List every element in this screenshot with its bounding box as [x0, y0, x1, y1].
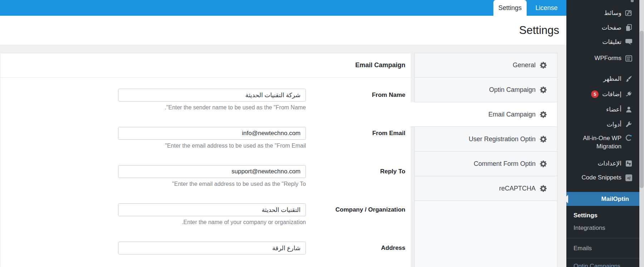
- media-icon: [625, 9, 633, 17]
- nav-item-label: User Registration Optin: [469, 135, 536, 143]
- sidebar-item-label: تعليقات: [602, 38, 621, 46]
- sidebar-item-mailoptin[interactable]: MailOptin: [566, 192, 639, 206]
- users-icon: [625, 106, 633, 113]
- sidebar-item-label: الإعدادات: [597, 160, 621, 167]
- from-name-input[interactable]: [118, 89, 306, 102]
- partial-menu-icon: [631, 0, 634, 2]
- sidebar-item-appearance[interactable]: المظهر: [566, 74, 639, 84]
- plugins-icon: [625, 90, 633, 98]
- panel-header: Email Campaign: [0, 53, 411, 78]
- nav-item-label: Optin Campaign: [489, 86, 536, 94]
- plugins-update-badge: 5: [591, 90, 599, 98]
- nav-item-label: General: [513, 61, 536, 69]
- sidebar-item-comments[interactable]: تعليقات: [566, 37, 639, 47]
- gear-icon: [539, 86, 547, 94]
- aio-migration-icon: [625, 134, 633, 142]
- company-input[interactable]: [118, 203, 306, 216]
- submenu-item-emails[interactable]: Emails: [566, 243, 639, 253]
- code-snippets-icon: />: [625, 174, 633, 182]
- nav-item-email-campaign[interactable]: Email Campaign: [410, 102, 557, 127]
- tools-icon: [625, 121, 633, 128]
- tab-license[interactable]: License: [527, 0, 566, 16]
- nav-item-optin-campaign[interactable]: Optin Campaign: [414, 78, 557, 102]
- sidebar-item-label: أدوات: [607, 121, 621, 128]
- from-name-helper: Enter the sender name to be used as the …: [91, 104, 306, 111]
- settings-sliders-icon: [625, 160, 633, 167]
- wordpress-admin-screen: Settings License Settings Email Campaign…: [0, 0, 644, 267]
- nav-item-label: Comment Form Optin: [474, 160, 536, 168]
- submenu-item-settings[interactable]: Settings: [566, 211, 639, 221]
- reply-to-helper: Enter the email address to be used as th…: [91, 181, 306, 187]
- submenu-item-optin-campaigns[interactable]: Optin Campaigns: [566, 261, 639, 267]
- tab-settings[interactable]: Settings: [493, 0, 527, 16]
- nav-item-general[interactable]: General: [414, 53, 557, 78]
- nav-item-label: Email Campaign: [488, 111, 536, 118]
- top-tab-bar: Settings License: [0, 0, 566, 16]
- sidebar-item-users[interactable]: أعضاء: [566, 104, 639, 114]
- sidebar-item-label: صفحات: [602, 24, 621, 31]
- company-helper: Enter the name of your company or organi…: [91, 219, 306, 226]
- wpforms-icon: [625, 55, 633, 62]
- sidebar-item-label: All-in-One WP Migration: [579, 134, 621, 150]
- admin-sidebar: وسائط صفحات تعليقات WPForms المظهر: [566, 0, 639, 267]
- sidebar-item-label: إضافات: [602, 90, 621, 98]
- appearance-icon: [625, 75, 633, 83]
- sidebar-item-tools[interactable]: أدوات: [566, 119, 639, 129]
- page-header: Settings: [0, 16, 566, 45]
- from-email-input[interactable]: [118, 127, 306, 140]
- sidebar-item-pages[interactable]: صفحات: [566, 23, 639, 33]
- scrollbar-thumb[interactable]: [640, 31, 644, 188]
- gear-icon: [539, 160, 547, 168]
- sidebar-item-plugins[interactable]: إضافات 5: [566, 89, 639, 99]
- nav-item-user-registration-optin[interactable]: User Registration Optin: [414, 127, 557, 152]
- pages-icon: [625, 24, 633, 31]
- active-menu-arrow: [564, 195, 568, 203]
- sidebar-item-label: أعضاء: [606, 106, 621, 113]
- tab-settings-label: Settings: [498, 4, 522, 12]
- vertical-scrollbar[interactable]: [639, 0, 644, 267]
- reply-to-input[interactable]: [118, 165, 306, 178]
- email-campaign-settings-panel: Email Campaign From Name Enter the sende…: [0, 53, 411, 267]
- tab-license-label: License: [535, 4, 557, 12]
- nav-empty-area: [414, 201, 557, 267]
- nav-item-comment-form-optin[interactable]: Comment Form Optin: [414, 152, 557, 176]
- sidebar-item-label: WPForms: [594, 55, 621, 62]
- gear-icon: [539, 135, 547, 143]
- from-email-helper: Enter the email address to be used as th…: [91, 143, 306, 149]
- sidebar-item-code-snippets[interactable]: /> Code Snippets: [566, 173, 639, 183]
- sidebar-item-label: Code Snippets: [581, 174, 621, 181]
- sidebar-item-media[interactable]: وسائط: [566, 8, 639, 18]
- gear-icon: [539, 61, 547, 69]
- submenu-divider: [566, 238, 639, 238]
- page-title: Settings: [0, 16, 566, 45]
- gear-icon: [539, 110, 547, 119]
- settings-section-nav: General Optin Campaign Email Campaign Us…: [414, 53, 557, 267]
- submenu-item-integrations[interactable]: Integrations: [566, 223, 639, 233]
- sidebar-item-settings[interactable]: الإعدادات: [566, 158, 639, 168]
- sidebar-item-label: وسائط: [604, 9, 621, 17]
- sidebar-item-label: MailOptin: [601, 196, 629, 203]
- sidebar-item-label: المظهر: [603, 75, 621, 83]
- sidebar-item-wpforms[interactable]: WPForms: [566, 53, 639, 63]
- nav-item-label: reCAPTCHA: [499, 185, 536, 192]
- comments-icon: [625, 38, 633, 46]
- address-input[interactable]: [118, 242, 306, 254]
- nav-item-recaptcha[interactable]: reCAPTCHA: [414, 176, 557, 201]
- svg-text:/>: />: [627, 175, 630, 180]
- submenu-divider: [566, 258, 639, 258]
- gear-icon: [539, 184, 547, 193]
- sidebar-item-all-in-one-wp-migration[interactable]: All-in-One WP Migration: [566, 134, 639, 152]
